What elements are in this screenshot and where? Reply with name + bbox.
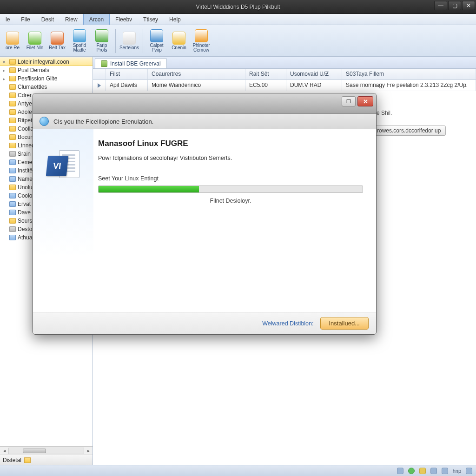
tab-label: Install DBE Greerval [110,60,161,67]
toolbar-icon [123,32,136,45]
tree-item-label: Dave [18,209,31,216]
product-icon: VI [47,147,79,185]
tree-item-label: Coolla [18,126,33,132]
column-header[interactable]: Usomovaid U/Ƶ [286,69,342,79]
minimize-button[interactable]: — [434,1,447,10]
dialog-restore-button[interactable]: ❐ [342,96,356,106]
folder-icon [9,118,16,123]
dialog-sidebar: VI [33,129,93,312]
play-icon[interactable] [98,83,101,88]
scroll-left-icon[interactable]: ◂ [0,448,8,453]
toolbar-label: Spofid Madle [69,43,90,53]
status-icon[interactable] [430,468,437,474]
toolbar-separator [115,29,116,53]
expand-icon[interactable]: ▾ [3,60,7,65]
detail-text: ate Shil. [372,110,467,116]
expand-icon[interactable]: ▸ [3,76,7,81]
toolbar-label: Serteions [119,46,139,50]
toolbar-ore-re[interactable]: ore Re [2,27,23,55]
window-controls: — ▢ ✕ [434,1,475,10]
toolbar-farip-prols[interactable]: Farip Prols [91,27,112,55]
tabstrip: Install DBE Greerval [93,57,476,69]
dialog-footer-link[interactable]: Welwared Distiblon: [262,320,313,327]
tab-install[interactable]: Install DBE Greerval [95,58,167,68]
detail-button[interactable]: rowes.cors.dccorifedor up [372,126,446,136]
cell: Mome Wiandennico [148,80,245,91]
dialog-close-button[interactable]: ✕ [357,96,373,106]
toolbar-serteions[interactable]: Serteions [119,27,140,55]
tree-item-label: Srain [18,151,31,157]
menu-file[interactable]: File [15,14,35,25]
column-header[interactable]: S03Taya Fillem [342,69,476,79]
scroll-track[interactable] [8,448,84,454]
tree-item[interactable]: Clumaettles [0,83,93,91]
folder-icon [9,93,16,98]
column-header[interactable]: Filst [106,69,148,79]
dialog-instruction-bar: CIs you the FicelIlopione Erenulation. [33,114,376,129]
install-button[interactable]: Installued... [320,317,369,330]
expand-icon[interactable]: ▸ [3,68,7,73]
toolbar-relt-tax[interactable]: Relt Tax [46,27,68,55]
folder-icon [9,185,16,190]
menu-le[interactable]: le [0,14,15,25]
menu-fleebv[interactable]: Fleebv [110,14,138,25]
tree-item-label: Cdrer [18,92,32,99]
toolbar-icon [172,32,185,45]
tree-item-label: Ervat [18,201,31,207]
folder-icon [9,109,16,115]
scroll-right-icon[interactable]: ▸ [84,448,93,453]
folder-icon [9,84,16,90]
progress-step-label: Seet Your Linux Entingt [98,175,363,182]
folder-icon [9,201,16,207]
tree-item-label: Loteir infegvrall.coon [18,59,69,65]
menu-arcon[interactable]: Arcon [83,14,110,25]
tree-scrollbar[interactable]: ◂ ▸ [0,446,93,455]
scroll-thumb[interactable] [23,449,46,453]
toolbar-label: ore Re [6,46,20,50]
cell: EC5.00 [245,80,286,91]
toolbar-phinoter-cemow[interactable]: Phinoter Cemow [191,27,212,55]
menu-help[interactable]: Help [164,14,186,25]
tree-item[interactable]: ▸Pusl Dernals [0,66,93,74]
toolbar-cnenin[interactable]: Cnenin [168,27,190,55]
toolbar-caipet-pwip[interactable]: Caipet Pwip [146,27,167,55]
tree-item-label: Adole [18,109,32,115]
menu-desit[interactable]: Desit [36,14,60,25]
table-row[interactable]: Apil DawilsMome WiandennicoEC5.00DUM.V R… [93,80,476,91]
dialog-content: Manasoof Linux FUGRE Powr Iclpinations o… [93,129,376,312]
dialog-titlebar[interactable]: ❐ ✕ [33,93,376,114]
maximize-button[interactable]: ▢ [448,1,461,10]
progress-bar [98,185,363,193]
tree-item-label: Eemei [18,159,33,165]
status-icon-online[interactable] [408,468,415,474]
toolbar-label: Farip Prols [91,43,112,53]
menu-riew[interactable]: Riew [60,14,83,25]
close-button[interactable]: ✕ [462,1,475,10]
dialog-instruction-text: CIs you the FicelIlopione Erenulation. [53,118,153,125]
tree-item-label: Pusl Dernals [18,67,49,73]
folder-icon [9,126,16,132]
column-header[interactable]: Rait Sêt [245,69,286,79]
column-header[interactable] [93,69,106,79]
status-icon-shield[interactable] [419,468,426,474]
toolbar-icon [6,32,19,45]
tree-item[interactable]: ▸Pesflission Gilte [0,74,93,83]
cell: Sase rnomnagy Fre peelalion 2.3.213 2Zcg… [342,80,476,91]
status-icon[interactable] [466,468,472,474]
status-icon[interactable] [442,468,448,474]
column-header[interactable]: Coaurertres [148,69,245,79]
folder-icon [9,151,16,157]
folder-icon [9,193,16,198]
toolbar-icon [28,32,41,45]
sidebar-footer-label: Distetal [3,457,21,463]
toolbar-spofid-madle[interactable]: Spofid Madle [69,27,90,55]
tree-item[interactable]: ▾Loteir infegvrall.coon [0,58,93,66]
tree-item-label: Athua [18,234,32,241]
progress-fill [99,186,199,192]
toolbar-label: Relt Tax [49,46,66,50]
menu-ttisey[interactable]: Ttisey [138,14,164,25]
toolbar-icon [195,29,208,42]
status-icon[interactable] [397,468,403,474]
toolbar-filet-nln[interactable]: Filet Nln [24,27,46,55]
dialog-footer: Welwared Distiblon: Installued... [33,312,376,334]
